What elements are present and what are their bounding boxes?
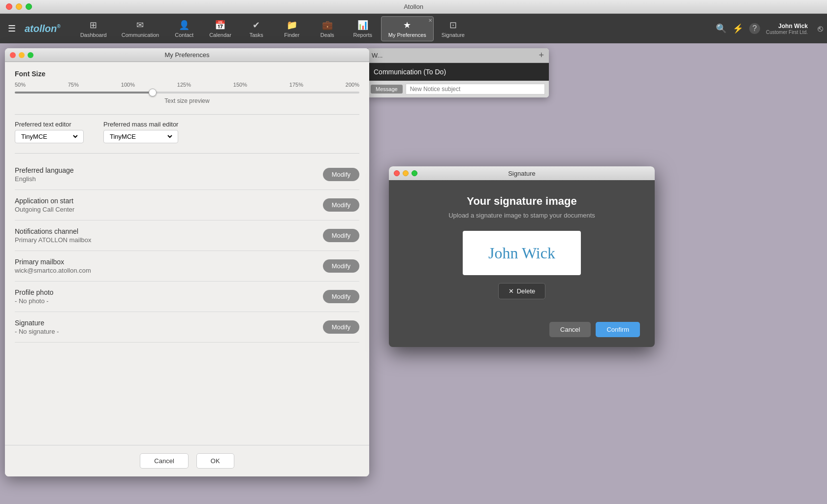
titlebar-buttons xyxy=(6,3,32,10)
nav-label-contact: Contact xyxy=(175,32,193,38)
pref-app-start-value: Outgoing Call Center xyxy=(15,206,323,213)
text-editor-label: Preferred text editor xyxy=(15,121,84,128)
text-size-preview: Text size preview xyxy=(15,97,359,104)
nav-item-my-preferences[interactable]: ★ My Preferences ✕ xyxy=(381,16,434,41)
close-tab-icon[interactable]: ✕ xyxy=(428,18,432,23)
pref-row-app-start-content: Application on start Outgoing Call Cente… xyxy=(15,197,323,213)
nav-label-deals: Deals xyxy=(320,32,334,38)
panel-close-button[interactable] xyxy=(10,52,16,58)
modify-profile-photo-button[interactable]: Modify xyxy=(323,290,359,303)
search-icon[interactable]: 🔍 xyxy=(716,23,727,34)
dashboard-icon: ⊞ xyxy=(90,20,97,31)
signature-icon: ⊡ xyxy=(449,20,457,31)
new-notice-subject-input[interactable] xyxy=(406,84,545,94)
modify-primary-mailbox-button[interactable]: Modify xyxy=(323,259,359,273)
logout-icon[interactable]: ⎋ xyxy=(818,24,823,34)
user-company: Customer First Ltd. xyxy=(766,30,808,35)
pref-primary-mailbox-title: Primary mailbox xyxy=(15,258,323,266)
sig-delete-button[interactable]: ✕ Delete xyxy=(498,283,546,299)
pref-signature-value: - No signature - xyxy=(15,328,323,335)
mass-mail-editor-label: Preferred mass mail editor xyxy=(103,121,178,128)
sig-confirm-button[interactable]: Confirm xyxy=(596,322,640,337)
close-button[interactable] xyxy=(6,3,12,10)
sig-minimize-button[interactable] xyxy=(403,170,409,176)
pref-signature-title: Signature xyxy=(15,319,323,327)
nav-item-deals[interactable]: 💼 Deals xyxy=(310,17,345,41)
text-editor-select-wrapper[interactable]: TinyMCE Plain Text xyxy=(15,130,84,143)
modify-signature-button[interactable]: Modify xyxy=(323,320,359,334)
sig-maximize-button[interactable] xyxy=(412,170,417,176)
preferences-panel: My Preferences Font Size 50% 75% 100% 12… xyxy=(5,48,369,476)
help-icon[interactable]: ? xyxy=(749,23,760,34)
panel-footer: Cancel OK xyxy=(5,445,369,476)
maximize-button[interactable] xyxy=(26,3,32,10)
sig-titlebar-buttons xyxy=(394,170,417,176)
app-title: Atollon xyxy=(404,3,423,10)
divider-2 xyxy=(15,153,359,154)
nav-item-calendar[interactable]: 📅 Calendar xyxy=(202,17,238,41)
message-tab[interactable]: Message xyxy=(371,85,403,94)
pref-primary-mailbox-value: wick@smartco.atollon.com xyxy=(15,267,323,274)
nav-right: 🔍 ⚡ ? John Wick Customer First Ltd. ⎋ xyxy=(716,23,823,35)
sig-footer: Cancel Confirm xyxy=(389,314,655,347)
nav-item-reports[interactable]: 📊 Reports xyxy=(346,17,380,41)
panel-maximize-button[interactable] xyxy=(28,52,33,58)
nav-item-tasks[interactable]: ✔ Tasks xyxy=(239,17,274,41)
nav-item-dashboard[interactable]: ⊞ Dashboard xyxy=(73,17,114,41)
panel-titlebar: My Preferences xyxy=(5,48,369,62)
slider-labels: 50% 75% 100% 125% 150% 175% 200% xyxy=(15,82,359,88)
main-content: W... + Communication (To Do) Message My … xyxy=(0,43,827,504)
flash-icon[interactable]: ⚡ xyxy=(732,23,743,34)
comm-w-label: W... xyxy=(372,52,382,59)
calendar-icon: 📅 xyxy=(215,20,225,31)
nav-item-contact[interactable]: 👤 Contact xyxy=(167,17,201,41)
modify-language-button[interactable]: Modify xyxy=(323,168,359,181)
user-menu[interactable]: John Wick Customer First Ltd. xyxy=(766,23,808,35)
cancel-button[interactable]: Cancel xyxy=(140,453,188,469)
nav-label-reports: Reports xyxy=(353,32,373,38)
sig-dialog-title: Signature xyxy=(508,170,536,177)
modify-app-start-button[interactable]: Modify xyxy=(323,198,359,212)
pref-profile-photo-value: - No photo - xyxy=(15,297,323,305)
pref-row-primary-mailbox: Primary mailbox wick@smartco.atollon.com… xyxy=(15,251,359,282)
sig-name: John Wick xyxy=(488,244,555,262)
reports-icon: 📊 xyxy=(357,20,368,31)
pref-row-language: Preferred language English Modify xyxy=(15,159,359,190)
sig-heading: Your signature image xyxy=(409,195,635,208)
sig-close-button[interactable] xyxy=(394,170,400,176)
sig-cancel-button[interactable]: Cancel xyxy=(549,322,591,337)
panel-title: My Preferences xyxy=(164,51,209,59)
pref-row-notifications: Notifications channel Primary ATOLLON ma… xyxy=(15,220,359,251)
nav-label-signature: Signature xyxy=(442,32,465,38)
slider-thumb[interactable] xyxy=(149,89,157,96)
mass-mail-editor-select-wrapper[interactable]: TinyMCE Plain Text xyxy=(103,130,178,143)
minimize-button[interactable] xyxy=(16,3,22,10)
slider-track xyxy=(15,92,359,94)
panel-minimize-button[interactable] xyxy=(19,52,25,58)
slider-fill xyxy=(15,92,153,94)
comm-plus-button[interactable]: + xyxy=(539,50,544,61)
nav-item-finder[interactable]: 📁 Finder xyxy=(275,17,309,41)
nav-label-tasks: Tasks xyxy=(250,32,263,38)
nav-item-communication[interactable]: ✉ Communication xyxy=(115,17,166,41)
app-logo[interactable]: atollon® xyxy=(21,23,64,34)
pref-row-app-start: Application on start Outgoing Call Cente… xyxy=(15,190,359,220)
pref-language-value: English xyxy=(15,175,323,183)
sig-body: Your signature image Upload a signature … xyxy=(389,180,655,314)
signature-dialog: Signature Your signature image Upload a … xyxy=(389,166,655,347)
nav-item-signature[interactable]: ⊡ Signature xyxy=(435,17,472,41)
mass-mail-editor-select[interactable]: TinyMCE Plain Text xyxy=(108,132,174,141)
text-editor-select[interactable]: TinyMCE Plain Text xyxy=(19,132,79,141)
pref-row-language-content: Preferred language English xyxy=(15,166,323,183)
modify-notifications-button[interactable]: Modify xyxy=(323,229,359,242)
username: John Wick xyxy=(778,23,808,30)
nav-label-dashboard: Dashboard xyxy=(80,32,107,38)
delete-label: Delete xyxy=(517,287,536,295)
text-editor-field: Preferred text editor TinyMCE Plain Text xyxy=(15,121,84,143)
ok-button[interactable]: OK xyxy=(196,453,234,469)
sig-titlebar: Signature xyxy=(389,166,655,180)
my-preferences-icon: ★ xyxy=(403,20,411,31)
divider-1 xyxy=(15,114,359,115)
hamburger-menu[interactable]: ☰ xyxy=(4,19,20,38)
pref-row-primary-mailbox-content: Primary mailbox wick@smartco.atollon.com xyxy=(15,258,323,274)
